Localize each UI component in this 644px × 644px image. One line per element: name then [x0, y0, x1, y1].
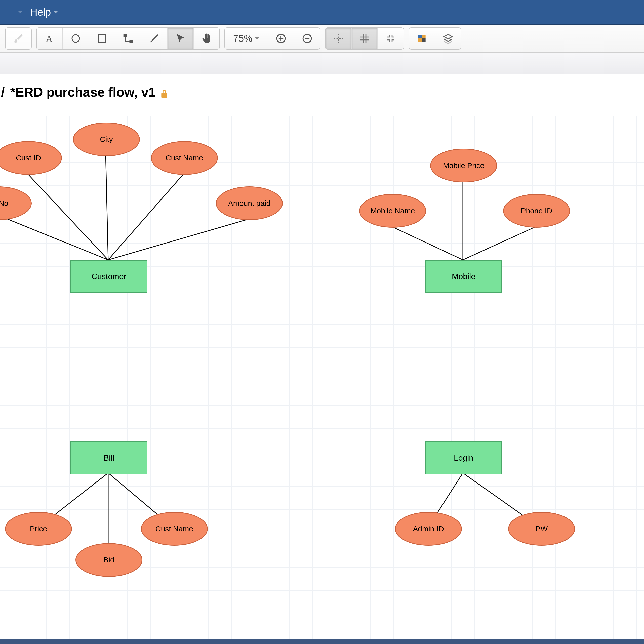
svg-rect-2	[98, 35, 105, 42]
theme-button[interactable]	[409, 28, 435, 49]
svg-rect-3	[124, 34, 126, 37]
attr-phone-id[interactable]: Phone ID	[503, 194, 570, 228]
svg-line-5	[150, 35, 158, 42]
attr-amount-paid[interactable]: Amount paid	[216, 186, 283, 220]
shape-tool-group: A	[36, 27, 220, 50]
entity-bill[interactable]: Bill	[70, 441, 147, 474]
sub-toolbar	[0, 53, 644, 74]
zoom-level-label: 75%	[233, 33, 252, 44]
entity-customer[interactable]: Customer	[70, 260, 147, 293]
svg-point-1	[72, 35, 79, 42]
snap-button[interactable]	[378, 28, 404, 49]
svg-line-21	[108, 219, 249, 260]
attr-label: Cust ID	[16, 154, 41, 162]
diagram-canvas[interactable]: Customer Mobile Bill Login Cust ID City …	[0, 116, 644, 639]
hand-icon	[201, 33, 212, 44]
layers-button[interactable]	[435, 28, 461, 49]
text-icon: A	[44, 33, 55, 44]
attr-label: PW	[536, 525, 548, 533]
entity-label: Mobile	[452, 272, 475, 281]
zoom-level-dropdown[interactable]: 75%	[225, 28, 268, 49]
lock-icon[interactable]	[159, 87, 169, 97]
paint-format-button[interactable]	[6, 28, 31, 49]
attr-label: Admin ID	[413, 525, 444, 533]
zoom-out-button[interactable]	[294, 28, 320, 49]
attr-label: Bid	[103, 556, 114, 564]
document-title-row: / *ERD purchase flow, v1	[0, 74, 644, 110]
palette-icon	[416, 33, 427, 44]
layers-icon	[442, 33, 454, 44]
attr-label: City	[100, 135, 113, 144]
zoom-in-button[interactable]	[268, 28, 294, 49]
attr-label: Cust Name	[155, 525, 193, 533]
attr-bid[interactable]: Bid	[75, 543, 142, 577]
attr-pw[interactable]: PW	[508, 512, 575, 546]
svg-line-19	[108, 174, 184, 260]
menu-help-label: Help	[30, 7, 51, 18]
attr-label: Amount paid	[228, 199, 270, 208]
attr-label: Mobile Name	[371, 207, 415, 215]
line-icon	[149, 33, 160, 44]
view-group	[409, 27, 461, 50]
entity-label: Login	[454, 453, 473, 463]
menu-bar: Help	[0, 0, 644, 25]
attr-city[interactable]: City	[73, 123, 140, 156]
entity-label: Bill	[104, 453, 114, 463]
minus-circle-icon	[302, 33, 313, 44]
attr-label: ne No	[0, 199, 8, 208]
svg-rect-16	[422, 38, 426, 42]
svg-rect-4	[130, 40, 132, 43]
svg-text:A: A	[46, 33, 53, 44]
toolbar: A 75%	[0, 25, 644, 53]
svg-rect-14	[422, 35, 426, 38]
svg-rect-13	[418, 35, 422, 38]
attr-label: Mobile Price	[443, 161, 484, 170]
line-tool-button[interactable]	[141, 28, 168, 49]
text-tool-button[interactable]: A	[37, 28, 63, 49]
paint-brush-icon	[13, 33, 24, 44]
chevron-down-icon	[255, 37, 259, 40]
guides-button[interactable]	[326, 28, 352, 49]
document-title[interactable]: *ERD purchase flow, v1	[10, 85, 156, 100]
elbow-connector-icon	[123, 33, 134, 44]
attr-mobile-name[interactable]: Mobile Name	[359, 194, 426, 228]
rectangle-tool-button[interactable]	[89, 28, 115, 49]
plus-circle-icon	[275, 33, 287, 44]
menu-caret-icon	[18, 11, 23, 13]
svg-line-20	[8, 219, 108, 260]
paint-tool-group	[5, 27, 32, 50]
circle-icon	[70, 33, 81, 44]
attr-bill-cname[interactable]: Cust Name	[141, 512, 208, 546]
attr-admin-id[interactable]: Admin ID	[395, 512, 462, 546]
attr-label: Price	[30, 525, 47, 533]
status-bar	[0, 639, 644, 644]
svg-rect-15	[418, 38, 422, 42]
svg-line-17	[28, 174, 108, 260]
snap-icon	[385, 33, 396, 44]
entity-login[interactable]: Login	[425, 441, 502, 474]
breadcrumb-separator: /	[1, 85, 5, 100]
attr-label: Cust Name	[166, 154, 203, 162]
ellipse-tool-button[interactable]	[63, 28, 89, 49]
entity-mobile[interactable]: Mobile	[425, 260, 502, 293]
cursor-icon	[175, 33, 186, 44]
svg-line-24	[463, 227, 536, 260]
svg-line-23	[392, 227, 463, 260]
attr-mobile-price[interactable]: Mobile Price	[430, 149, 497, 182]
grid-group	[325, 27, 404, 50]
zoom-group: 75%	[224, 27, 320, 50]
grid-icon	[359, 33, 370, 44]
connector-tool-button[interactable]	[115, 28, 141, 49]
grid-toggle-button[interactable]	[352, 28, 378, 49]
attr-label: Phone ID	[521, 207, 552, 215]
guides-icon	[333, 33, 344, 44]
attr-bill-price[interactable]: Price	[5, 512, 72, 546]
chevron-down-icon	[53, 11, 58, 13]
entity-label: Customer	[92, 272, 127, 281]
square-icon	[96, 33, 107, 44]
menu-help[interactable]: Help	[26, 6, 62, 19]
select-tool-button[interactable]	[168, 28, 194, 49]
svg-line-18	[106, 154, 108, 260]
attr-cust-name[interactable]: Cust Name	[151, 141, 218, 175]
pan-tool-button[interactable]	[194, 28, 219, 49]
